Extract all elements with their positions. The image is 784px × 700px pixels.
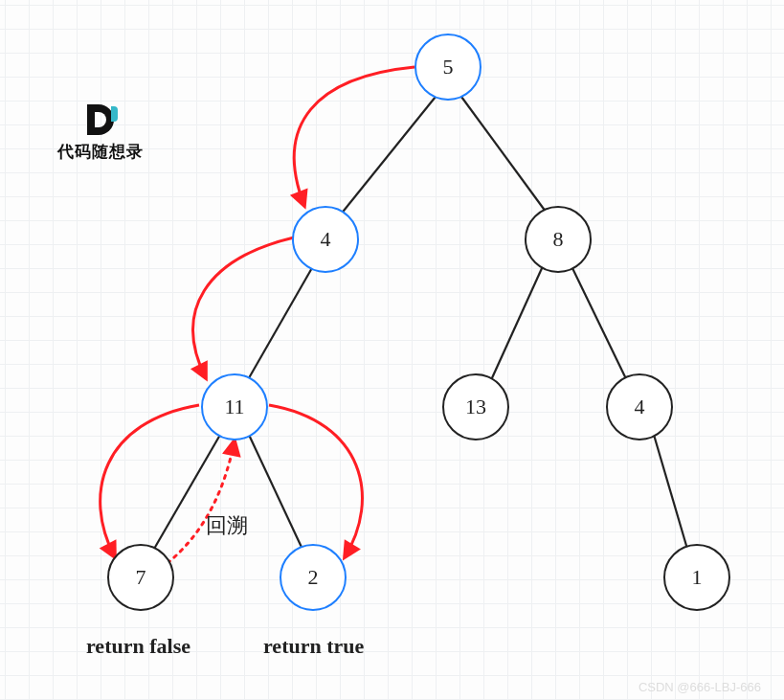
tree-node-2: 2: [280, 544, 347, 611]
edge-5-4: [340, 97, 436, 215]
tree-node-13: 13: [442, 373, 509, 440]
arrow-5-to-4: [294, 67, 414, 206]
backtrack-label: 回溯: [206, 511, 248, 540]
tree-node-4b: 4: [606, 373, 673, 440]
tree-node-8: 8: [525, 206, 592, 273]
edge-5-8: [461, 97, 549, 215]
tree-node-7: 7: [107, 544, 174, 611]
tree-edge-group: [150, 97, 689, 555]
watermark: CSDN @666-LBJ-666: [638, 680, 761, 694]
tree-node-11: 11: [201, 373, 268, 440]
arrow-11-to-2: [269, 405, 362, 557]
edge-8-13: [486, 266, 543, 391]
return-false-label: return false: [86, 634, 190, 659]
arrow-backtrack-7-to-11: [168, 440, 235, 563]
logo: 代码随想录: [57, 101, 144, 163]
edge-4-1: [654, 435, 689, 555]
tree-node-4: 4: [292, 206, 359, 273]
edge-11-2: [249, 435, 305, 555]
logo-text: 代码随想录: [57, 141, 144, 163]
tree-node-1: 1: [663, 544, 730, 611]
logo-d-icon: [81, 101, 120, 139]
edge-8-4: [571, 266, 632, 391]
arrow-4-to-11: [193, 237, 294, 378]
arrow-11-to-7: [101, 405, 199, 557]
edge-4-11: [246, 266, 313, 383]
return-true-label: return true: [263, 634, 364, 659]
tree-node-5: 5: [414, 34, 482, 101]
red-arrow-down-group: [101, 67, 414, 557]
